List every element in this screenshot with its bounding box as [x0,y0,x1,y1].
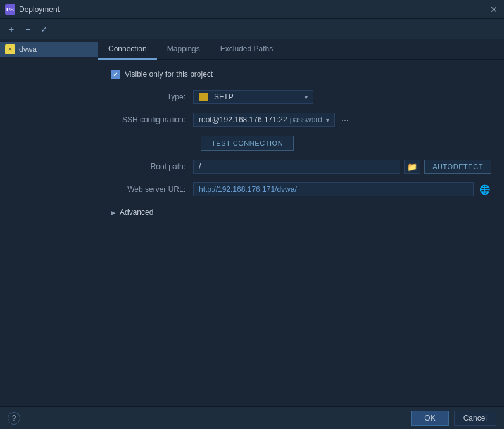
chevron-down-icon: ▾ [326,117,329,124]
visible-only-checkbox[interactable]: ✓ [111,70,120,79]
close-button[interactable]: ✕ [489,4,499,15]
ok-button[interactable]: OK [411,411,448,426]
test-connection-row: TEST CONNECTION [111,136,491,151]
confirm-button[interactable]: ✓ [38,23,51,35]
ssh-control: root@192.168.176.171:22 password ▾ ··· [193,113,491,127]
type-value: SFTP [214,93,234,101]
ssh-auth-text: password [290,115,322,124]
toolbar: + − ✓ [0,19,504,39]
ssh-host-text: root@192.168.176.171:22 [199,115,287,124]
tabs-bar: Connection Mappings Excluded Paths [98,39,504,60]
visible-only-row: ✓ Visible only for this project [111,70,491,79]
title-bar-text: Deployment [19,5,489,14]
type-row: Type: SFTP ▾ [111,90,491,104]
advanced-section: ▶ Advanced [111,205,491,219]
server-icon: S [5,44,15,54]
type-control: SFTP ▾ [193,90,491,104]
content-area: Connection Mappings Excluded Paths ✓ Vis… [98,39,504,406]
tab-connection[interactable]: Connection [98,39,157,60]
chevron-down-icon: ▾ [305,94,308,101]
cancel-button[interactable]: Cancel [454,411,496,426]
title-bar: PS Deployment ✕ [0,0,504,19]
sidebar-item-label: dvwa [19,45,37,54]
sidebar-item-dvwa[interactable]: S dvwa [0,42,98,57]
ssh-label: SSH configuration: [111,115,193,124]
type-select[interactable]: SFTP ▾ [193,90,313,104]
action-buttons: OK Cancel [411,411,496,426]
web-url-label: Web server URL: [111,185,193,194]
tab-excluded-paths[interactable]: Excluded Paths [210,39,283,60]
bottom-bar: ? OK Cancel [0,406,504,429]
check-icon: ✓ [113,71,118,78]
remove-button[interactable]: − [22,23,34,35]
root-path-control: 📁 AUTODETECT [193,160,491,174]
help-button[interactable]: ? [8,412,20,425]
type-label: Type: [111,93,193,101]
web-url-input[interactable] [193,182,474,196]
web-url-control: 🌐 [193,182,491,196]
web-url-row: Web server URL: 🌐 [111,182,491,196]
ssh-row: SSH configuration: root@192.168.176.171:… [111,113,491,127]
folder-icon: 📁 [407,162,417,172]
ssh-more-button[interactable]: ··· [339,113,351,126]
folder-browse-button[interactable]: 📁 [404,160,420,174]
autodetect-button[interactable]: AUTODETECT [424,160,491,174]
chevron-right-icon: ▶ [111,209,116,216]
sftp-icon [199,93,208,101]
root-path-label: Root path: [111,162,193,171]
add-button[interactable]: + [5,23,18,35]
advanced-toggle[interactable]: ▶ Advanced [111,205,491,219]
sidebar: S dvwa [0,39,98,406]
form-content: ✓ Visible only for this project Type: SF… [98,60,504,406]
main-layout: S dvwa Connection Mappings Excluded Path… [0,39,504,406]
advanced-label: Advanced [120,208,153,217]
test-connection-button[interactable]: TEST CONNECTION [201,136,294,151]
visible-only-label: Visible only for this project [125,70,213,79]
globe-icon[interactable]: 🌐 [477,182,491,196]
app-icon: PS [5,4,15,15]
root-path-input[interactable] [193,160,400,174]
tab-mappings[interactable]: Mappings [157,39,210,60]
root-path-row: Root path: 📁 AUTODETECT [111,160,491,174]
ssh-config-select[interactable]: root@192.168.176.171:22 password ▾ [193,113,335,127]
